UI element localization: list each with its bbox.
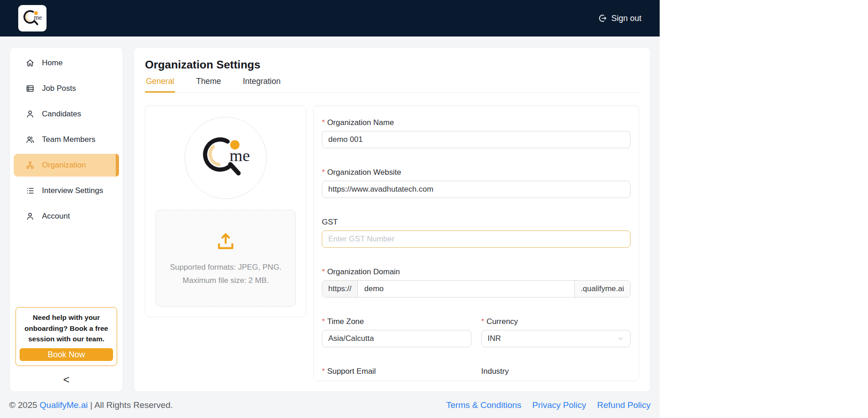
svg-text:me: me bbox=[230, 146, 250, 165]
field-currency: *Currency INR bbox=[481, 317, 631, 347]
sidebar-item-account[interactable]: Account bbox=[14, 205, 119, 228]
organization-website-label: Organization Website bbox=[327, 168, 401, 177]
logo-upload-card: me Supported formats: JPEG, PNG. Maximum… bbox=[145, 105, 306, 317]
chevron-down-icon bbox=[617, 335, 624, 342]
organization-domain-input[interactable] bbox=[358, 281, 574, 297]
industry-label: Industry bbox=[481, 367, 509, 376]
sidebar-item-label: Team Members bbox=[42, 135, 95, 144]
sidebar: Home Job Posts Candidates bbox=[10, 47, 123, 392]
domain-suffix-addon: .qualifyme.ai bbox=[574, 281, 630, 297]
logout-icon bbox=[598, 14, 607, 23]
sidebar-item-label: Interview Settings bbox=[42, 186, 103, 195]
sidebar-item-candidates[interactable]: Candidates bbox=[14, 103, 119, 125]
top-navbar: me Sign out bbox=[0, 0, 660, 37]
gst-input[interactable] bbox=[322, 230, 630, 248]
gst-label: GST bbox=[322, 218, 338, 226]
sidebar-collapse-button[interactable]: < bbox=[10, 374, 123, 385]
currency-value: INR bbox=[488, 334, 501, 343]
sidebar-item-label: Candidates bbox=[42, 110, 81, 119]
organization-icon bbox=[26, 161, 35, 170]
time-zone-input[interactable] bbox=[322, 330, 471, 347]
organization-settings-panel: Organization Settings General Theme Inte… bbox=[134, 47, 651, 392]
page-title: Organization Settings bbox=[145, 58, 639, 71]
qualifyme-logo-large: me bbox=[198, 130, 253, 186]
sidebar-item-job-posts[interactable]: Job Posts bbox=[14, 77, 119, 100]
organization-website-input[interactable] bbox=[322, 181, 630, 198]
required-mark: * bbox=[322, 168, 325, 177]
page-footer: © 2025 QualifyMe.ai | All Rights Reserve… bbox=[0, 392, 660, 418]
home-icon bbox=[26, 58, 35, 68]
svg-text:me: me bbox=[34, 14, 42, 21]
refund-policy-link[interactable]: Refund Policy bbox=[597, 400, 651, 410]
required-mark: * bbox=[322, 367, 325, 376]
sidebar-item-label: Account bbox=[42, 212, 70, 221]
sidebar-item-label: Organization bbox=[42, 161, 86, 170]
sidebar-item-organization[interactable]: Organization bbox=[14, 154, 119, 177]
time-zone-label: Time Zone bbox=[327, 317, 364, 326]
upload-formats-line: Supported formats: JPEG, PNG. bbox=[170, 261, 282, 274]
qualifyme-logo-icon: me bbox=[21, 7, 43, 29]
sidebar-item-team-members[interactable]: Team Members bbox=[14, 128, 119, 151]
currency-label: Currency bbox=[486, 317, 518, 326]
support-email-label: Support Email bbox=[327, 367, 376, 376]
app-window: me Sign out Home bbox=[0, 0, 660, 418]
organization-domain-group: https:// .qualifyme.ai bbox=[322, 280, 630, 298]
screen: me Sign out Home bbox=[0, 0, 868, 418]
field-industry: Industry bbox=[481, 366, 631, 380]
onboarding-help-card: Need help with your onboarding? Book a f… bbox=[16, 307, 117, 366]
field-time-zone: *Time Zone bbox=[322, 317, 471, 347]
required-mark: * bbox=[322, 118, 325, 127]
team-members-icon bbox=[26, 135, 35, 144]
organization-form: *Organization Name *Organization Website… bbox=[313, 105, 639, 381]
tab-general[interactable]: General bbox=[145, 77, 175, 92]
currency-select[interactable]: INR bbox=[481, 330, 631, 347]
terms-conditions-link[interactable]: Terms & Conditions bbox=[446, 400, 522, 410]
copyright-text: © 2025 QualifyMe.ai | All Rights Reserve… bbox=[9, 400, 173, 410]
sidebar-item-interview-settings[interactable]: Interview Settings bbox=[14, 179, 119, 202]
upload-size-line: Maximum file size: 2 MB. bbox=[170, 274, 282, 287]
qualifyme-footer-link[interactable]: QualifyMe.ai bbox=[40, 400, 88, 410]
sidebar-item-label: Home bbox=[42, 58, 62, 68]
field-organization-domain: *Organization Domain https:// .qualifyme… bbox=[322, 267, 630, 298]
tab-theme[interactable]: Theme bbox=[195, 77, 222, 92]
sidebar-item-home[interactable]: Home bbox=[14, 52, 119, 74]
required-mark: * bbox=[322, 267, 325, 276]
field-support-email: *Support Email bbox=[322, 366, 471, 380]
organization-name-label: Organization Name bbox=[327, 118, 394, 127]
sign-out-label: Sign out bbox=[611, 14, 641, 23]
logo-upload-dropzone[interactable]: Supported formats: JPEG, PNG. Maximum fi… bbox=[155, 210, 296, 307]
field-organization-website: *Organization Website bbox=[322, 167, 630, 198]
book-now-button[interactable]: Book Now bbox=[20, 348, 113, 361]
onboarding-help-text: Need help with your onboarding? Book a f… bbox=[20, 312, 113, 344]
job-posts-icon bbox=[26, 84, 35, 93]
organization-name-input[interactable] bbox=[322, 131, 630, 148]
field-gst: GST bbox=[322, 217, 630, 248]
brand-logo[interactable]: me bbox=[18, 5, 46, 31]
organization-logo-preview: me bbox=[185, 117, 267, 199]
account-icon bbox=[26, 212, 35, 221]
privacy-policy-link[interactable]: Privacy Policy bbox=[532, 400, 586, 410]
sign-out-button[interactable]: Sign out bbox=[598, 14, 641, 23]
upload-icon bbox=[215, 230, 236, 251]
candidate-icon bbox=[26, 110, 35, 119]
required-mark: * bbox=[481, 317, 485, 326]
field-organization-name: *Organization Name bbox=[322, 118, 630, 148]
domain-protocol-addon: https:// bbox=[322, 281, 358, 297]
required-mark: * bbox=[322, 317, 325, 326]
settings-tabs: General Theme Integration bbox=[145, 77, 639, 93]
tab-integration[interactable]: Integration bbox=[242, 77, 282, 92]
footer-links: Terms & Conditions Privacy Policy Refund… bbox=[446, 400, 651, 410]
sidebar-item-label: Job Posts bbox=[42, 84, 76, 93]
organization-domain-label: Organization Domain bbox=[327, 267, 400, 276]
upload-hint-text: Supported formats: JPEG, PNG. Maximum fi… bbox=[170, 261, 282, 287]
interview-settings-icon bbox=[26, 186, 35, 195]
